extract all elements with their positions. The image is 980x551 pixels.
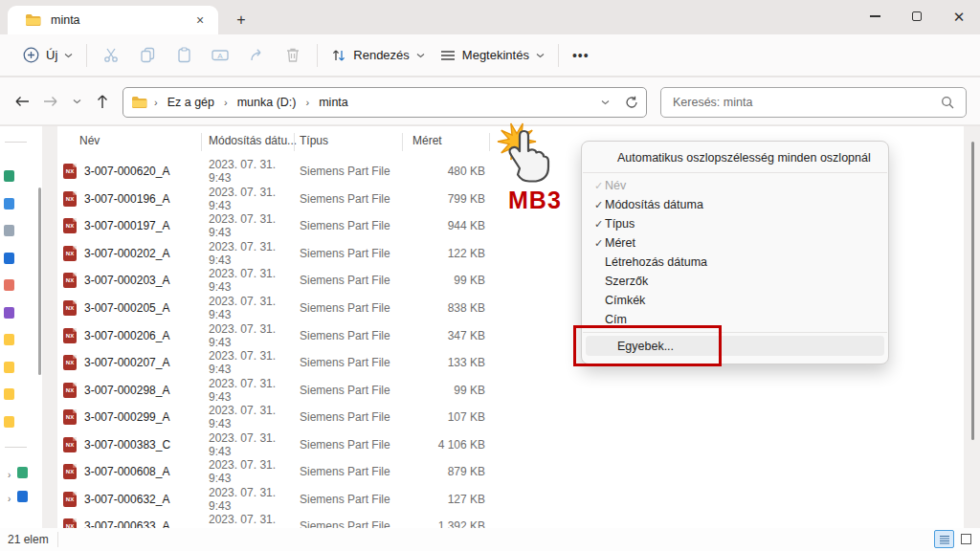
file-row[interactable]: NX3-007-000298_A2023. 07. 31. 9:43Siemen… [57,376,964,404]
more-options-button[interactable]: ••• [565,42,597,69]
column-separator[interactable] [201,133,202,151]
file-type: Siemens Part File [300,384,402,397]
address-bar[interactable]: › Ez a gép › munka (D:) › minta [122,87,647,118]
breadcrumb-separator: › [305,97,311,108]
back-button[interactable] [8,87,36,116]
file-type: Siemens Part File [300,410,402,424]
command-toolbar: Új A [0,34,980,77]
file-row[interactable]: NX3-007-000632_A2023. 07. 31. 9:43Siemen… [57,486,964,514]
search-icon[interactable] [941,96,954,109]
breadcrumb-minta[interactable]: minta [314,94,353,111]
file-name: 3-007-000383_C [84,438,209,452]
cut-button[interactable] [93,41,129,70]
menu-item-m-ret[interactable]: ✓Méret [582,233,888,253]
sidebar-item-icon[interactable] [4,279,14,291]
sidebar-item-icon[interactable] [4,253,14,264]
sidebar-item-icon[interactable] [4,170,14,182]
toolbar-separator [86,44,87,67]
breadcrumb-drive-d[interactable]: munka (D:) [233,94,301,111]
sidebar-scrollbar[interactable] [38,187,41,375]
delete-button[interactable] [275,41,311,70]
sidebar-item-icon[interactable] [4,334,14,345]
column-separator[interactable] [294,133,295,151]
close-icon: ✕ [953,10,966,24]
file-name: 3-007-000299_A [84,410,209,424]
view-button[interactable]: Megtekintés [433,42,552,68]
file-size: 347 KB [402,329,485,342]
search-input[interactable]: Keresés: minta [673,96,941,109]
chevron-down-icon [64,53,73,58]
address-dropdown-icon[interactable] [601,99,610,105]
column-header-size[interactable]: Méret [412,134,442,147]
trash-icon [285,47,301,63]
file-date: 2023. 07. 31. 9:43 [209,267,300,294]
file-type: Siemens Part File [300,465,402,478]
column-header-date[interactable]: Módosítás dátu... [209,134,297,147]
menu-item-m-dos-t-s-d-tuma[interactable]: ✓Módosítás dátuma [582,195,888,214]
sidebar-item-icon[interactable] [4,388,14,400]
file-row[interactable]: NX3-007-000299_A2023. 07. 31. 9:43Siemen… [57,404,964,431]
refresh-icon[interactable] [625,96,638,109]
new-button[interactable]: Új [15,41,80,69]
nx-file-icon: NX [63,383,77,398]
recent-locations-button[interactable] [65,87,88,116]
ellipsis-icon: ••• [572,48,590,63]
menu-item-label: Méret [605,236,635,250]
copy-button[interactable] [129,41,166,70]
file-type: Siemens Part File [300,493,402,506]
nx-file-icon: NX [63,218,77,233]
list-scrollbar[interactable] [971,142,974,440]
share-button[interactable] [238,41,275,70]
menu-item-c-mk-k[interactable]: Címkék [582,291,888,310]
menu-item-l-trehoz-s-d-tuma[interactable]: Létrehozás dátuma [582,253,888,272]
tab-close-icon[interactable]: × [191,11,209,29]
file-date: 2023. 07. 31. 9:43 [209,486,300,513]
up-button[interactable] [88,87,117,116]
sidebar-item-icon[interactable] [4,416,14,428]
menu-item-autosize[interactable]: Automatikus oszlopszélesség minden oszlo… [582,145,888,169]
nx-file-icon: NX [63,355,77,370]
column-separator[interactable] [402,133,403,151]
column-header-type[interactable]: Típus [300,134,328,147]
maximize-icon [912,11,922,21]
menu-item-szerz-k[interactable]: Szerzők [582,272,888,291]
rename-button[interactable]: A [202,41,238,70]
sidebar-expand-chevron[interactable]: › [8,494,11,504]
status-bar: 21 elem [0,528,980,551]
minimize-button[interactable] [854,0,896,33]
sidebar-item-icon[interactable] [4,225,14,236]
sidebar-item-icon[interactable] [4,307,14,319]
file-name: 3-007-000298_A [84,384,209,397]
file-row[interactable]: NX3-007-000633_A2023. 07. 31. 9:43Siemen… [57,513,964,528]
tab-minta[interactable]: minta × [8,6,218,34]
file-type: Siemens Part File [300,356,402,369]
sidebar-item-icon[interactable] [17,491,28,502]
plus-circle-icon [23,47,39,63]
sidebar-item-icon[interactable] [4,198,14,209]
search-box[interactable]: Keresés: minta [660,87,967,118]
file-type: Siemens Part File [300,274,402,287]
breadcrumb-this-pc[interactable]: Ez a gép [163,94,219,111]
maximize-button[interactable] [896,0,938,33]
close-button[interactable]: ✕ [938,0,980,33]
file-name: 3-007-000608_A [84,465,209,478]
details-view-button[interactable] [934,530,954,548]
sort-button[interactable]: Rendezés [323,42,433,69]
forward-button[interactable] [36,87,65,116]
column-header-name[interactable]: Név [79,134,100,147]
file-row[interactable]: NX3-007-000383_C2023. 07. 31. 9:43Siemen… [57,430,964,458]
sidebar-expand-chevron[interactable]: › [8,470,11,480]
sidebar-item-icon[interactable] [17,467,28,478]
nx-file-icon: NX [63,164,77,179]
file-type: Siemens Part File [300,192,402,206]
new-tab-button[interactable]: + [230,9,253,32]
menu-item-t-pus[interactable]: ✓Típus [582,214,888,233]
file-row[interactable]: NX3-007-000608_A2023. 07. 31. 9:43Siemen… [57,458,964,486]
file-type: Siemens Part File [300,301,402,315]
sidebar-item-icon[interactable] [4,362,14,373]
annotation-red-box [573,325,722,366]
icons-view-button[interactable] [956,530,976,548]
paste-button[interactable] [166,41,202,70]
folder-icon [131,96,147,109]
file-date: 2023. 07. 31. 9:43 [209,322,300,349]
